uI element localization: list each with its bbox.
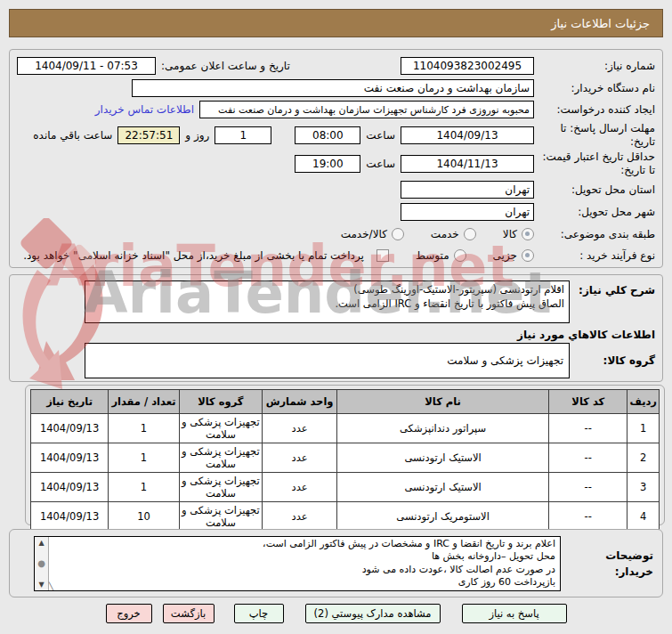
process-type-row: نوع فرآیند خرید : جزیی متوسط پرداخت تمام… [17, 246, 655, 265]
need-details-page: جزئیات اطلاعات نیاز شماره نیاز: 11040938… [0, 0, 672, 634]
province-field[interactable]: تهران [401, 181, 534, 199]
table-row: 1--سپراتور دندانپزشکیعددتجهیزات پزشکی و … [31, 414, 660, 443]
table-cell: تجهیزات پزشکی و سلامت [179, 502, 262, 532]
radio-option-goods[interactable]: کالا [503, 228, 534, 240]
radio-icon[interactable] [392, 228, 404, 240]
need-number-label: شماره نیاز: [534, 60, 655, 73]
remaining-days-field: 1 [215, 126, 271, 144]
resize-handle-icon: ╲ [49, 582, 53, 590]
need-number-field[interactable]: 1104093823002495 [401, 57, 534, 75]
goods-group-field[interactable]: تجهیزات پزشکی و سلامت [85, 343, 570, 378]
buyer-org-row: نام دستگاه خریدار: سازمان بهداشت و درمان… [17, 78, 655, 98]
table-cell: 1 [109, 414, 180, 443]
response-deadline-date-field[interactable]: 1404/09/13 [401, 126, 534, 144]
goods-table-header: کد کالا [549, 390, 627, 414]
notes-scrollbar[interactable]: ▲ ● ▼ [35, 537, 49, 590]
subject-class-row: طبقه بندی موضوعی: کالا خدمت کالا/خدمت [17, 224, 655, 244]
table-cell: -- [549, 443, 627, 473]
table-cell: 1404/09/13 [31, 443, 109, 473]
goods-table-header: ردیف [627, 390, 660, 414]
radio-icon[interactable] [464, 228, 476, 240]
process-type-label: نوع فرآیند خرید : [534, 249, 655, 263]
table-cell: 1404/09/13 [31, 473, 109, 502]
table-cell: سپراتور دندانپزشکی [337, 414, 549, 443]
request-creator-row: ایجاد کننده درخواست: محبوبه نوروزی فرد ک… [17, 100, 655, 119]
general-description-textarea[interactable]: اقلام ارتودنسی (سپریتور-الاستیک-اورینگ ط… [85, 280, 570, 323]
treasury-checkbox[interactable] [376, 249, 389, 262]
response-deadline-label: مهلت ارسال پاسخ: تا تاریخ: [534, 122, 655, 149]
general-description-label: شرح کلي نیاز: [570, 280, 655, 297]
buyer-notes-box: ▲ ● ▼ اعلام برند و تاریخ انقضا و IRC و م… [34, 536, 561, 591]
table-cell: عدد [263, 473, 337, 502]
print-button[interactable]: چاپ [234, 604, 284, 623]
table-cell: 2 [627, 443, 660, 473]
table-cell: 1 [627, 414, 660, 443]
request-creator-field[interactable]: محبوبه نوروزی فرد کارشناس تجهیزات سازمان… [199, 101, 534, 118]
remaining-suffix-label: ساعت باقي مانده [33, 129, 112, 142]
table-row: 3--الاستیک ارتودنسیعددتجهیزات پزشکی و سل… [31, 473, 660, 502]
table-cell: -- [549, 473, 627, 502]
radio-icon[interactable] [522, 228, 534, 240]
goods-table-header: نام کالا [337, 390, 549, 414]
goods-group-label: گروه کالا: [570, 354, 655, 367]
scroll-thumb-icon[interactable]: ● [37, 558, 45, 568]
table-cell: عدد [263, 443, 337, 473]
respond-to-need-button[interactable]: پاسخ به نیاز [462, 604, 567, 623]
price-validity-date-field[interactable]: 1404/11/13 [401, 155, 534, 173]
remaining-time-field: 22:57:51 [117, 126, 180, 144]
view-attachments-button[interactable]: مشاهده مدارک پیوستي (2) [305, 604, 441, 623]
goods-table-header: واحد شمارش [263, 390, 337, 414]
table-cell: 1 [109, 443, 180, 473]
table-cell: الاستیک ارتودنسی [337, 473, 549, 502]
response-deadline-time-label: ساعت [366, 129, 395, 142]
table-cell: 10 [109, 502, 180, 532]
table-row: 4--الاستومریک ارتودنسیعددتجهیزات پزشکی و… [31, 502, 660, 532]
city-row: شهر محل تحویل: تهران [17, 202, 655, 222]
radio-option-label: کالا/خدمت [341, 228, 387, 240]
radio-option-medium[interactable]: متوسط [416, 249, 466, 262]
goods-table-body: 1--سپراتور دندانپزشکیعددتجهیزات پزشکی و … [31, 414, 660, 532]
buyer-notes-label: توضیحات خریدار: [561, 548, 653, 580]
goods-table-panel: ردیفکد کالانام کالاواحد شمارشگروه کالاتع… [25, 385, 665, 525]
table-cell: 1404/09/13 [31, 502, 109, 532]
goods-group-row: گروه کالا: تجهیزات پزشکی و سلامت [17, 343, 655, 378]
back-button[interactable]: بازگشت [163, 604, 215, 623]
buyer-org-label: نام دستگاه خریدار: [534, 82, 655, 95]
announce-datetime-field[interactable]: 1404/09/11 - 07:53 [17, 57, 156, 75]
city-label: شهر محل تحویل: [534, 206, 655, 219]
general-description-row: شرح کلي نیاز: اقلام ارتودنسی (سپریتور-ال… [17, 280, 655, 325]
goods-table: ردیفکد کالانام کالاواحد شمارشگروه کالاتع… [30, 389, 660, 532]
need-number-row: شماره نیاز: 1104093823002495 تاریخ و ساع… [17, 56, 655, 76]
request-creator-label: ایجاد کننده درخواست: [534, 103, 655, 117]
price-validity-row: حداقل تاریخ اعتبار قیمت: تا تاریخ: 1404/… [17, 150, 655, 178]
radio-icon[interactable] [454, 249, 466, 262]
description-panel: شرح کلي نیاز: اقلام ارتودنسی (سپریتور-ال… [9, 274, 663, 382]
buyer-contact-link[interactable]: اطلاعات تماس خریدار [95, 103, 194, 116]
table-cell: الاستیک ارتودنسی [337, 443, 549, 473]
radio-option-label: خدمت [431, 228, 459, 240]
table-cell: تجهیزات پزشکی و سلامت [179, 443, 262, 473]
response-deadline-time-field[interactable]: 08:00 [295, 126, 360, 144]
radio-option-minor[interactable]: جزیی [493, 249, 534, 262]
radio-option-service[interactable]: خدمت [431, 228, 476, 240]
page-title: جزئیات اطلاعات نیاز [9, 9, 663, 37]
goods-table-header: گروه کالا [179, 390, 262, 414]
city-field[interactable]: تهران [401, 203, 534, 221]
announce-datetime-label: تاریخ و ساعت اعلان عمومی: [156, 60, 290, 72]
response-deadline-row: مهلت ارسال پاسخ: تا تاریخ: 1404/09/13 سا… [17, 121, 655, 150]
action-buttons-row: پاسخ به نیاز مشاهده مدارک پیوستي (2) چاپ… [0, 604, 672, 623]
remaining-days-label: روز و [185, 129, 209, 142]
goods-table-header: تعداد / مقدار [109, 390, 180, 414]
buyer-org-field[interactable]: سازمان بهداشت و درمان صنعت نفت [132, 79, 534, 97]
scroll-up-icon[interactable]: ▲ [38, 539, 44, 547]
radio-icon[interactable] [522, 249, 534, 262]
buyer-notes-text[interactable]: اعلام برند و تاریخ انقضا و IRC و مشخصات … [49, 537, 560, 590]
radio-option-goods-service[interactable]: کالا/خدمت [341, 228, 404, 240]
main-form-panel: شماره نیاز: 1104093823002495 تاریخ و ساع… [9, 49, 663, 268]
price-validity-time-field[interactable]: 19:00 [295, 155, 360, 173]
buyer-notes-panel: توضیحات خریدار: ▲ ● ▼ اعلام برند و تاریخ… [9, 529, 663, 597]
table-cell: عدد [263, 414, 337, 443]
table-cell: 1 [109, 473, 180, 502]
exit-button[interactable]: خروج [106, 604, 152, 623]
scroll-down-icon[interactable]: ▼ [38, 581, 44, 589]
